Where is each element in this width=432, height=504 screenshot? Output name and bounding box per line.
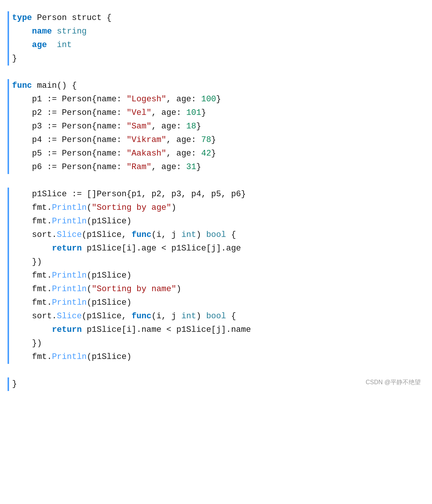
code-text: p1Slice := []Person{p1, p2, p3, p4, p5, … bbox=[12, 189, 246, 199]
line-content: name string bbox=[12, 25, 424, 38]
code-text: return p1Slice[i].name < p1Slice[j].name bbox=[12, 325, 251, 334]
line-bar bbox=[8, 242, 9, 255]
code-line-6: p1 := Person{name: "Logesh", age: 100} bbox=[8, 93, 424, 106]
line-content: p1Slice := []Person{p1, p2, p3, p4, p5, … bbox=[12, 188, 424, 201]
code-text: fmt.Println(p1Slice) bbox=[12, 352, 132, 362]
line-content: } bbox=[12, 52, 424, 65]
line-bar bbox=[8, 323, 9, 337]
line-content: }) bbox=[12, 337, 424, 350]
line-bar bbox=[8, 283, 9, 296]
line-content: age int bbox=[12, 38, 424, 52]
code-line-2: name string bbox=[8, 25, 424, 38]
code-line-7: p2 := Person{name: "Vel", age: 101} bbox=[8, 106, 424, 120]
code-line-19: fmt.Println("Sorting by name") bbox=[8, 283, 424, 296]
code-text: p2 := Person{name: "Vel", age: 101} bbox=[12, 108, 206, 118]
keyword-type: type bbox=[12, 13, 32, 23]
line-bar bbox=[8, 160, 9, 174]
line-bar bbox=[8, 377, 9, 391]
code-text: fmt.Println(p1Slice) bbox=[12, 298, 132, 307]
code-line-21: sort.Slice(p1Slice, func(i, j int) bool … bbox=[8, 310, 424, 323]
code-text: fmt.Println(p1Slice) bbox=[12, 271, 132, 280]
code-text: fmt.Println("Sorting by name") bbox=[12, 284, 181, 294]
line-content: }) bbox=[12, 255, 424, 269]
code-line-20: fmt.Println(p1Slice) bbox=[8, 296, 424, 310]
line-content: p6 := Person{name: "Ram", age: 31} bbox=[12, 160, 424, 174]
code-line-25: } bbox=[8, 377, 424, 391]
line-bar bbox=[8, 25, 9, 38]
code-text: Person struct { bbox=[32, 13, 112, 23]
code-text: main() { bbox=[32, 81, 77, 90]
code-line-5: func main() { bbox=[8, 79, 424, 93]
code-line-9: p4 := Person{name: "Vikram", age: 78} bbox=[8, 133, 424, 147]
empty-line bbox=[8, 174, 424, 188]
code-container: type Person struct { name string age int… bbox=[0, 8, 432, 395]
line-content: } bbox=[12, 377, 424, 391]
line-bar bbox=[8, 215, 9, 228]
watermark: CSDN @平静不绝望 bbox=[366, 377, 421, 387]
line-bar bbox=[8, 52, 9, 66]
code-text: p3 := Person{name: "Sam", age: 18} bbox=[12, 122, 201, 131]
code-text: } bbox=[12, 54, 17, 63]
line-content: func main() { bbox=[12, 79, 424, 92]
code-line-17: }) bbox=[8, 255, 424, 269]
code-text: }) bbox=[12, 339, 42, 348]
line-content: fmt.Println(p1Slice) bbox=[12, 269, 424, 282]
line-bar bbox=[8, 93, 9, 106]
line-content: fmt.Println(p1Slice) bbox=[12, 215, 424, 228]
line-content: p1 := Person{name: "Logesh", age: 100} bbox=[12, 93, 424, 106]
line-content: fmt.Println("Sorting by age") bbox=[12, 201, 424, 214]
code-text: } bbox=[12, 379, 17, 389]
code-text: p5 := Person{name: "Aakash", age: 42} bbox=[12, 149, 216, 158]
line-bar bbox=[8, 133, 9, 147]
code-text: name string bbox=[12, 27, 87, 36]
line-content: return p1Slice[i].name < p1Slice[j].name bbox=[12, 323, 424, 336]
line-bar bbox=[8, 201, 9, 215]
line-content: p4 := Person{name: "Vikram", age: 78} bbox=[12, 133, 424, 147]
code-line-4: } bbox=[8, 52, 424, 66]
code-line-18: fmt.Println(p1Slice) bbox=[8, 269, 424, 283]
line-bar bbox=[8, 228, 9, 242]
line-content: p5 := Person{name: "Aakash", age: 42} bbox=[12, 147, 424, 160]
code-text: p1 := Person{name: "Logesh", age: 100} bbox=[12, 95, 221, 104]
keyword-func: func bbox=[12, 81, 32, 90]
code-line-13: fmt.Println("Sorting by age") bbox=[8, 201, 424, 215]
line-content: fmt.Println(p1Slice) bbox=[12, 350, 424, 363]
code-text: age int bbox=[12, 40, 72, 50]
line-content: p3 := Person{name: "Sam", age: 18} bbox=[12, 120, 424, 133]
code-text: p6 := Person{name: "Ram", age: 31} bbox=[12, 162, 201, 172]
line-content: sort.Slice(p1Slice, func(i, j int) bool … bbox=[12, 310, 424, 323]
line-bar bbox=[8, 296, 9, 310]
line-content: p2 := Person{name: "Vel", age: 101} bbox=[12, 106, 424, 119]
code-text: }) bbox=[12, 257, 42, 267]
code-line-16: return p1Slice[i].age < p1Slice[j].age bbox=[8, 242, 424, 255]
code-line-14: fmt.Println(p1Slice) bbox=[8, 215, 424, 228]
line-content: return p1Slice[i].age < p1Slice[j].age bbox=[12, 242, 424, 255]
line-bar bbox=[8, 337, 9, 350]
line-bar bbox=[8, 120, 9, 133]
code-line-10: p5 := Person{name: "Aakash", age: 42} bbox=[8, 147, 424, 160]
line-bar bbox=[8, 350, 9, 364]
line-content: fmt.Println(p1Slice) bbox=[12, 296, 424, 309]
code-line-8: p3 := Person{name: "Sam", age: 18} bbox=[8, 120, 424, 133]
code-line-3: age int bbox=[8, 38, 424, 52]
code-line-1: type Person struct { bbox=[8, 11, 424, 25]
code-line-22: return p1Slice[i].name < p1Slice[j].name bbox=[8, 323, 424, 337]
line-content: fmt.Println("Sorting by name") bbox=[12, 283, 424, 296]
empty-line bbox=[8, 66, 424, 79]
code-line-24: fmt.Println(p1Slice) bbox=[8, 350, 424, 364]
code-text: p4 := Person{name: "Vikram", age: 78} bbox=[12, 135, 216, 145]
empty-line bbox=[8, 364, 424, 377]
line-bar bbox=[8, 255, 9, 269]
line-bar bbox=[8, 310, 9, 323]
line-bar bbox=[8, 188, 9, 201]
code-text: fmt.Println("Sorting by age") bbox=[12, 203, 176, 212]
line-bar bbox=[8, 11, 9, 25]
line-bar bbox=[8, 269, 9, 283]
line-bar bbox=[8, 79, 9, 93]
code-text: fmt.Println(p1Slice) bbox=[12, 217, 132, 226]
line-content: sort.Slice(p1Slice, func(i, j int) bool … bbox=[12, 228, 424, 241]
code-text: sort.Slice(p1Slice, func(i, j int) bool … bbox=[12, 230, 236, 240]
code-line-12: p1Slice := []Person{p1, p2, p3, p4, p5, … bbox=[8, 188, 424, 201]
code-text: sort.Slice(p1Slice, func(i, j int) bool … bbox=[12, 312, 236, 321]
line-bar bbox=[8, 38, 9, 52]
